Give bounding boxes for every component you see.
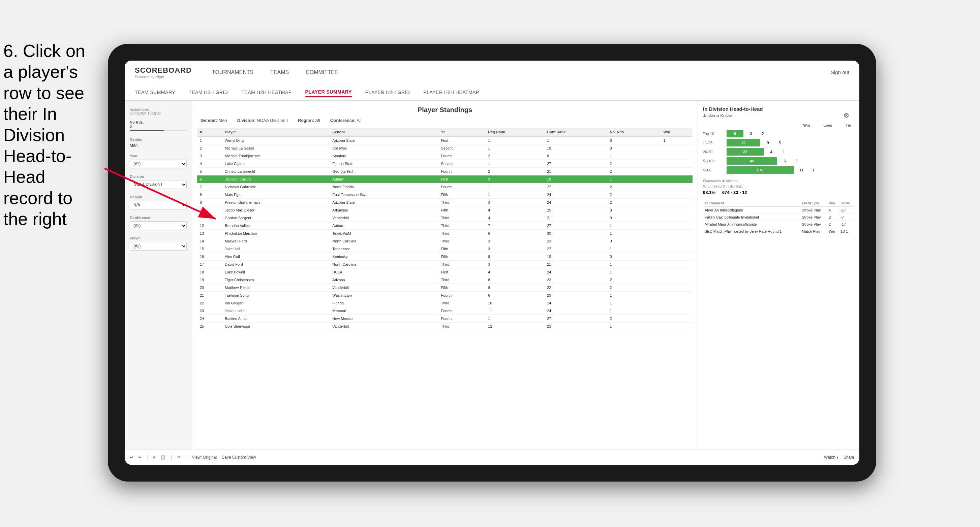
table-row[interactable]: 10 Jacob Mac Diesen Arkansas Fifth 4 25 … — [197, 206, 692, 214]
table-row[interactable]: 18 Luke Powell UCLA First 4 24 1 — [197, 268, 692, 276]
h2h-row-label: >100 — [703, 168, 727, 172]
instruction-text: 6. Click on a player's row to see their … — [0, 40, 98, 230]
sub-nav-player-h2h-grid[interactable]: PLAYER H2H GRID — [365, 88, 410, 97]
bottom-toolbar: ↩ ↪ | ⎘ 📋 | ↻ | View: Original Save Cust… — [125, 449, 859, 465]
cell-yr: Third — [438, 322, 485, 330]
cell-reg: 1 — [485, 144, 544, 152]
table-row[interactable]: 15 Jake Hall Tennessee Fifth 3 27 1 — [197, 245, 692, 253]
nav-committee[interactable]: COMMITTEE — [305, 68, 338, 77]
sign-out-link[interactable]: Sign out — [831, 69, 849, 75]
table-row[interactable]: 9 Preston Summerhays Arizona State Third… — [197, 199, 692, 206]
cell-rds: 1 — [607, 222, 660, 230]
table-row[interactable]: 21 Taehoon Song Washington Fourth 6 23 1 — [197, 292, 692, 299]
cell-school: Auburn — [329, 222, 438, 230]
toolbar-undo[interactable]: ↩ — [130, 455, 133, 460]
nav-right: Sign out — [831, 69, 849, 75]
col-yr: Yr — [438, 128, 485, 137]
cell-reg: 12 — [485, 322, 544, 330]
toolbar-redo[interactable]: ↪ — [138, 455, 142, 460]
cell-reg: 1 — [485, 183, 544, 191]
cell-conf: 27 — [544, 183, 607, 191]
sub-nav-player-h2h-heatmap[interactable]: PLAYER H2H HEATMAP — [423, 88, 479, 97]
region-select[interactable]: N/A — [130, 201, 187, 210]
table-row[interactable]: 19 Tiger Christensen Arizona Third 8 23 … — [197, 276, 692, 284]
cell-rank: 8 — [197, 191, 222, 199]
cell-win — [660, 268, 692, 276]
sub-nav-team-h2h-grid[interactable]: TEAM H2H GRID — [189, 88, 228, 97]
cell-school: Vanderbilt — [329, 322, 438, 330]
toolbar-watch[interactable]: Watch ▾ — [824, 455, 838, 460]
cell-conf: 19 — [544, 253, 607, 260]
table-row[interactable]: 3 Michael Thorbjornsen Stanford Fourth 2… — [197, 152, 692, 160]
sub-nav-team-h2h-heatmap[interactable]: TEAM H2H HEATMAP — [241, 88, 291, 97]
cell-conf: 24 — [544, 268, 607, 276]
cell-player: Ian Gilligan — [222, 299, 329, 307]
toolbar-share[interactable]: Share — [843, 455, 854, 460]
toolbar-refresh[interactable]: ↻ — [177, 455, 180, 460]
table-row[interactable]: 12 Brendan Valles Auburn Third 7 27 1 — [197, 222, 692, 230]
h2h-bar-row: 8 3 2 — [727, 130, 767, 137]
conference-select[interactable]: (All) — [130, 221, 187, 230]
cell-conf: 21 — [544, 260, 607, 268]
sub-nav-player-summary[interactable]: PLAYER SUMMARY — [305, 87, 352, 97]
toolbar-paste[interactable]: 📋 — [161, 455, 165, 460]
sidebar-player: Player (All) — [130, 236, 187, 251]
logo-subtitle: Powered by clippi — [135, 75, 192, 79]
cell-player: David Ford — [222, 260, 329, 268]
cell-win — [660, 260, 692, 268]
table-row[interactable]: 16 Alex Goff Kentucky Fifth 8 19 0 — [197, 253, 692, 260]
cell-yr: Fourth — [438, 307, 485, 315]
cell-conf: 24 — [544, 199, 607, 206]
division-select[interactable]: NCAA Division I — [130, 180, 187, 189]
cell-tournament-name: Mirabel Maui Jim Intercollegiate — [703, 221, 800, 228]
nav-tournaments[interactable]: TOURNAMENTS — [212, 68, 253, 77]
cell-conf: 27 — [544, 315, 607, 322]
toolbar-copy[interactable]: ⎘ — [153, 455, 155, 460]
cell-player: Nicholas Gabrelcik — [222, 183, 329, 191]
h2h-row-label: 26-50 — [703, 150, 727, 154]
table-row[interactable]: 22 Ian Gilligan Florida Third 10 24 1 — [197, 299, 692, 307]
cell-win — [660, 206, 692, 214]
cell-rds: 2 — [607, 160, 660, 168]
h2h-player-name: Jackson Koivun — [703, 113, 854, 118]
cell-player: Luke Claton — [222, 160, 329, 168]
cell-yr: Fifth — [438, 253, 485, 260]
cell-rds: 1 — [607, 175, 660, 183]
cell-reg: 3 — [485, 175, 544, 183]
toolbar-view-original[interactable]: View: Original — [192, 455, 217, 460]
year-select[interactable]: (All) — [130, 160, 187, 168]
table-row[interactable]: 5 Christo Lamprecht Georgia Tech Fourth … — [197, 168, 692, 175]
sub-nav-team-summary[interactable]: TEAM SUMMARY — [135, 88, 175, 97]
table-row[interactable]: 8 Mats Ege East Tennessee State Fifth 1 … — [197, 191, 692, 199]
cell-conf: 1 — [544, 137, 607, 144]
table-row[interactable]: 20 Matthew Riedel Vanderbilt Fifth 8 22 … — [197, 284, 692, 292]
col-rank: # — [197, 128, 222, 137]
cell-conf: 23 — [544, 276, 607, 284]
table-row[interactable]: 14 Maxwell Ford North Carolina Third 3 2… — [197, 237, 692, 245]
h2h-row: >100 578 11 1 — [703, 166, 854, 174]
table-row[interactable]: 7 Nicholas Gabrelcik North Florida Fourt… — [197, 183, 692, 191]
col-pos: Pos — [827, 200, 839, 207]
top-nav: SCOREBOARD Powered by clippi TOURNAMENTS… — [125, 60, 859, 84]
h2h-bar-row: 46 6 3 — [727, 157, 801, 165]
cell-rds: 1 — [607, 322, 660, 330]
toolbar-save-custom[interactable]: Save Custom View — [222, 455, 256, 460]
cell-yr: Fourth — [438, 315, 485, 322]
table-row[interactable]: 13 Phichaksn Maichon Texas A&M Third 6 3… — [197, 230, 692, 237]
table-row[interactable]: 17 David Ford North Carolina Third 3 21 … — [197, 260, 692, 268]
table-row[interactable]: 25 Cole Sherwood Vanderbilt Third 12 23 … — [197, 322, 692, 330]
h2h-close-button[interactable]: ⊗ — [843, 111, 849, 119]
table-row[interactable]: 4 Luke Claton Florida State Second 1 27 … — [197, 160, 692, 168]
table-row[interactable]: 6 Jackson Koivun Auburn First 3 19 1 — [197, 175, 692, 183]
cell-player: Michael Thorbjornsen — [222, 152, 329, 160]
table-row[interactable]: 11 Gordon Sargent Vanderbilt Third 4 21 … — [197, 214, 692, 222]
cell-school: Arizona State — [329, 137, 438, 144]
table-row[interactable]: 24 Bastien Amat New Mexico Fourth 1 27 2 — [197, 315, 692, 322]
player-select[interactable]: (All) — [130, 242, 187, 251]
h2h-loss-val: 9 — [764, 141, 772, 145]
table-row[interactable]: 2 Michael La Sasso Ole Miss Second 1 19 … — [197, 144, 692, 152]
nav-teams[interactable]: TEAMS — [270, 68, 289, 77]
cell-school: Arkansas — [329, 206, 438, 214]
table-row[interactable]: 1 Wenyi Ding Arizona State First 1 1 8 1 — [197, 137, 692, 144]
table-row[interactable]: 23 Jack Lundin Missouri Fourth 11 24 1 — [197, 307, 692, 315]
